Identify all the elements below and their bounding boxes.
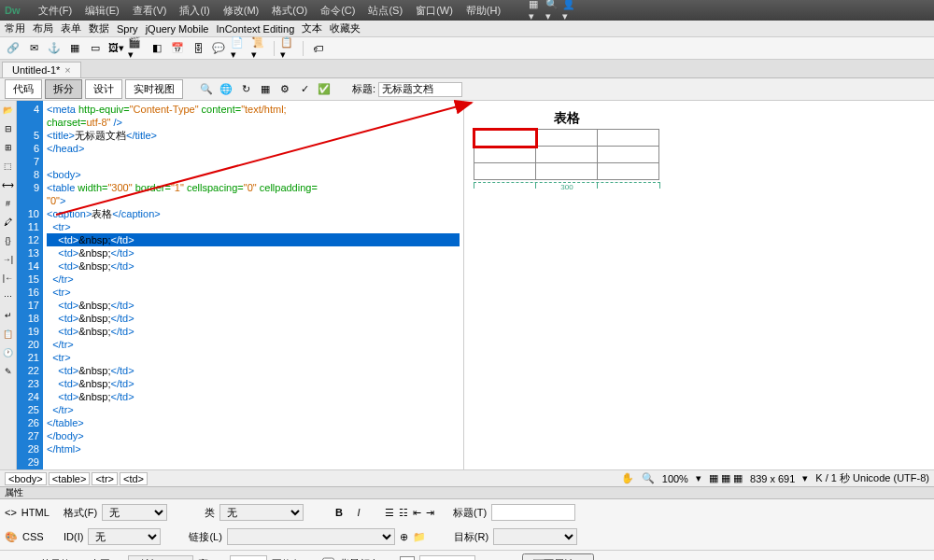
zoom-tool-icon[interactable]: 🔍 bbox=[642, 472, 655, 484]
toolbar-globe-icon[interactable]: 🌐 bbox=[218, 81, 234, 98]
menu-view[interactable]: 查看(V) bbox=[127, 2, 173, 20]
table-cell-selected[interactable] bbox=[474, 130, 536, 147]
script-icon[interactable]: 📜▾ bbox=[251, 40, 268, 57]
path-td[interactable]: <td> bbox=[120, 472, 148, 485]
tab-favorites[interactable]: 收藏夹 bbox=[330, 21, 361, 35]
html-mode-icon[interactable]: <> bbox=[5, 507, 17, 518]
css-mode-label[interactable]: CSS bbox=[22, 531, 44, 542]
workspace-icon[interactable]: 👤 ▾ bbox=[562, 3, 577, 18]
table-row[interactable] bbox=[474, 163, 659, 180]
table-cell[interactable] bbox=[536, 147, 598, 163]
tool-indent-icon[interactable]: →| bbox=[2, 253, 15, 266]
tool-open-icon[interactable]: 📂 bbox=[2, 104, 15, 117]
image-icon[interactable]: 🖼▾ bbox=[107, 40, 124, 57]
indent-icon[interactable]: ⇥ bbox=[426, 507, 434, 519]
tag-icon[interactable]: 🏷 bbox=[309, 40, 326, 57]
widget-icon[interactable]: ◧ bbox=[149, 40, 165, 57]
zoom-level[interactable]: 100% bbox=[662, 473, 688, 484]
toolbar-refresh-icon[interactable]: ↻ bbox=[237, 81, 254, 98]
menu-window[interactable]: 窗口(W) bbox=[410, 2, 459, 20]
width-input[interactable] bbox=[230, 555, 267, 560]
view-code-button[interactable]: 代码 bbox=[5, 79, 42, 99]
table-cell[interactable] bbox=[536, 163, 598, 180]
page-properties-button[interactable]: 页面属性... bbox=[522, 553, 594, 561]
menu-command[interactable]: 命令(C) bbox=[315, 2, 361, 20]
table-cell[interactable] bbox=[474, 163, 536, 180]
design-view[interactable]: 表格 300 bbox=[463, 101, 934, 469]
search-icon[interactable]: 🔍 ▾ bbox=[545, 3, 560, 18]
bgcolor-swatch[interactable] bbox=[400, 556, 415, 560]
title-input[interactable] bbox=[378, 82, 462, 97]
toolbar-validate-icon[interactable]: ✓ bbox=[296, 81, 313, 98]
tab-spry[interactable]: Spry bbox=[117, 23, 138, 35]
tab-forms[interactable]: 表单 bbox=[61, 21, 81, 35]
date-icon[interactable]: 📅 bbox=[169, 40, 186, 57]
table-row[interactable] bbox=[474, 130, 659, 147]
tool-comment-icon[interactable]: ⋯ bbox=[2, 290, 15, 303]
menu-file[interactable]: 文件(F) bbox=[33, 2, 78, 20]
tool-highlight-icon[interactable]: 🖍 bbox=[2, 216, 15, 229]
tab-common[interactable]: 常用 bbox=[5, 21, 25, 35]
server-icon[interactable]: 🗄 bbox=[190, 40, 206, 57]
menu-site[interactable]: 站点(S) bbox=[362, 2, 408, 20]
ol-icon[interactable]: ☷ bbox=[399, 507, 408, 519]
toolbar-check-icon[interactable]: ✅ bbox=[316, 81, 333, 98]
media-icon[interactable]: 🎬▾ bbox=[128, 40, 145, 57]
title-input[interactable] bbox=[491, 504, 575, 521]
templates-icon[interactable]: 📋▾ bbox=[280, 40, 297, 57]
tab-ice[interactable]: InContext Editing bbox=[216, 23, 294, 35]
table-row[interactable] bbox=[474, 147, 659, 163]
tab-jquery[interactable]: jQuery Mobile bbox=[146, 23, 209, 35]
tool-lineno-icon[interactable]: # bbox=[2, 197, 15, 210]
design-table[interactable] bbox=[474, 129, 659, 180]
italic-button[interactable]: I bbox=[351, 507, 366, 518]
format-select[interactable]: 无 bbox=[102, 504, 167, 521]
comment-icon[interactable]: 💬 bbox=[210, 40, 227, 57]
zoom-hand-icon[interactable]: ✋ bbox=[621, 472, 634, 484]
link-select[interactable] bbox=[227, 528, 395, 545]
tool-recent-icon[interactable]: 🕐 bbox=[2, 346, 15, 359]
view-live-button[interactable]: 实时视图 bbox=[125, 79, 183, 99]
path-tr[interactable]: <tr> bbox=[92, 472, 118, 485]
window-mode-icon[interactable]: ▦ ▦ ▦ bbox=[709, 472, 743, 484]
bold-button[interactable]: B bbox=[332, 507, 347, 518]
tool-wrap-icon[interactable]: ↵ bbox=[2, 309, 15, 322]
head-icon[interactable]: 📄▾ bbox=[231, 40, 248, 57]
toolbar-options-icon[interactable]: ⚙ bbox=[276, 81, 293, 98]
tab-data[interactable]: 数据 bbox=[89, 21, 109, 35]
menu-edit[interactable]: 编辑(E) bbox=[79, 2, 125, 20]
view-split-button[interactable]: 拆分 bbox=[45, 79, 82, 99]
table-cell[interactable] bbox=[598, 147, 659, 163]
bgcolor-input[interactable] bbox=[419, 555, 475, 560]
class-select[interactable]: 无 bbox=[219, 504, 304, 521]
table-cell[interactable] bbox=[598, 130, 659, 147]
close-tab-icon[interactable]: × bbox=[64, 64, 70, 76]
toolbar-inspect-icon[interactable]: 🔍 bbox=[198, 81, 215, 98]
tool-outdent-icon[interactable]: |← bbox=[2, 272, 15, 285]
toolbar-nav-icon[interactable]: ▦ bbox=[257, 81, 274, 98]
menu-help[interactable]: 帮助(H) bbox=[460, 2, 506, 20]
outdent-icon[interactable]: ⇤ bbox=[413, 507, 421, 519]
tool-select-icon[interactable]: ⬚ bbox=[2, 160, 15, 173]
table-caption[interactable]: 表格 bbox=[474, 110, 660, 127]
document-tab[interactable]: Untitled-1* × bbox=[2, 62, 81, 77]
properties-panel-label[interactable]: 属性 bbox=[0, 486, 934, 499]
table-cell[interactable] bbox=[598, 163, 659, 180]
menu-modify[interactable]: 修改(M) bbox=[218, 2, 265, 20]
nowrap-checkbox[interactable] bbox=[322, 555, 334, 560]
table-cell[interactable] bbox=[536, 130, 598, 147]
tool-syntax-icon[interactable]: {} bbox=[2, 234, 15, 247]
code-editor[interactable]: 4567891011121314151617181920212223242526… bbox=[17, 101, 463, 469]
css-mode-icon[interactable]: 🎨 bbox=[5, 531, 18, 543]
layout-icon[interactable]: ▦ ▾ bbox=[529, 3, 544, 18]
link-browse-icon[interactable]: ⊕ bbox=[400, 531, 408, 543]
code-content[interactable]: <meta http-equiv="Content-Type" content=… bbox=[43, 101, 463, 469]
div-icon[interactable]: ▭ bbox=[87, 40, 104, 57]
menu-insert[interactable]: 插入(I) bbox=[174, 2, 215, 20]
tool-snippet-icon[interactable]: 📋 bbox=[2, 328, 15, 341]
tool-format-icon[interactable]: ✎ bbox=[2, 365, 15, 378]
tab-layout[interactable]: 布局 bbox=[33, 21, 53, 35]
horiz-select[interactable]: 默认 bbox=[128, 555, 193, 560]
tab-text[interactable]: 文本 bbox=[302, 21, 322, 35]
tool-collapse-icon[interactable]: ⊟ bbox=[2, 122, 15, 135]
